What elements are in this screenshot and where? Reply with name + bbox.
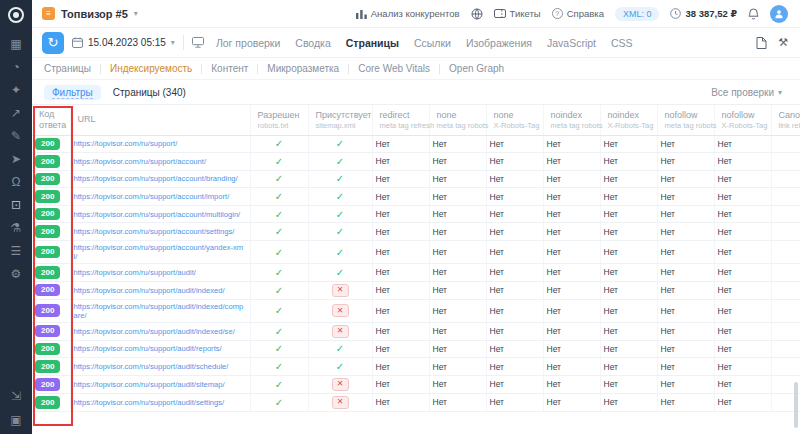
competitors-analysis-link[interactable]: Анализ конкурентов [356, 8, 460, 19]
flag-value: Нет [714, 393, 771, 411]
column-header-noindex-meta-robots[interactable]: noindexmeta tag robots [543, 105, 600, 135]
expand-icon[interactable]: ⇲ [7, 388, 25, 404]
flag-value [771, 322, 800, 340]
column-header-url[interactable]: URL [70, 105, 250, 135]
subtab-pages[interactable]: Страницы [44, 63, 91, 74]
page-url-link[interactable]: https://topvisor.com/ru/support/audit/in… [74, 327, 247, 336]
page-url-link[interactable]: https://topvisor.com/ru/support/audit/re… [74, 344, 247, 353]
notifications-bell-icon[interactable] [748, 8, 759, 20]
page-url-link[interactable]: https://topvisor.com/ru/support/account/… [74, 227, 247, 236]
flag-value: Нет [657, 299, 714, 322]
column-header-robots-allowed[interactable]: Разрешенrobots.txt [250, 105, 308, 135]
flag-value [771, 188, 800, 206]
site-audit-icon[interactable]: ⊡ [7, 197, 25, 213]
status-code-badge: 200 [35, 225, 60, 238]
flag-value: Нет [372, 299, 429, 322]
flag-value: Нет [372, 340, 429, 358]
magnet-icon[interactable]: Ω [7, 174, 25, 190]
table-row: 200https://topvisor.com/ru/support/audit… [32, 358, 800, 376]
column-header-nofollow-x-robots[interactable]: nofollowX-Robots-Tag [714, 105, 771, 135]
flag-value: Нет [543, 299, 600, 322]
all-checks-dropdown[interactable]: Все проверки ▾ [711, 87, 788, 98]
device-desktop-icon[interactable] [192, 37, 204, 48]
flag-value: Нет [372, 135, 429, 153]
page-url-link[interactable]: https://topvisor.com/ru/support/account/… [74, 243, 247, 261]
flag-value [771, 205, 800, 223]
status-code-badge: 200 [35, 155, 60, 168]
flag-value: Нет [429, 393, 486, 411]
promotion-icon[interactable]: ➤ [7, 151, 25, 167]
flag-value: Нет [372, 322, 429, 340]
page-url-link[interactable]: https://topvisor.com/ru/support/account/ [74, 157, 247, 166]
balance[interactable]: 38 387,52 ₽ [670, 8, 737, 19]
tab-css[interactable]: CSS [611, 37, 633, 49]
sitemap-present-mark: ✓ [336, 361, 344, 372]
page-url-link[interactable]: https://topvisor.com/ru/support/audit/ [74, 268, 247, 277]
column-header-none-meta-robots[interactable]: nonemeta tag robots [429, 105, 486, 135]
page-url-link[interactable]: https://topvisor.com/ru/support/audit/si… [74, 380, 247, 389]
positions-icon[interactable]: ◔ [7, 59, 25, 75]
dashboard-icon[interactable]: ▦ [7, 36, 25, 52]
flag-value: Нет [543, 153, 600, 171]
vertical-scrollbar[interactable] [794, 382, 798, 428]
calendar-icon [72, 37, 83, 48]
subtab-open-graph[interactable]: Open Graph [449, 63, 504, 74]
column-header-none-x-robots[interactable]: noneX-Robots-Tag [486, 105, 543, 135]
page-url-link[interactable]: https://topvisor.com/ru/support/ [74, 139, 247, 148]
filters-button[interactable]: Фильтры [44, 85, 101, 100]
tab-pages[interactable]: Страницы [346, 37, 399, 49]
project-selector[interactable]: ≡ Топвизор #5 ▾ [42, 7, 138, 20]
experiments-icon[interactable]: ⚗ [7, 220, 25, 236]
tools-wrench-icon[interactable]: ⚒ [778, 36, 788, 49]
flag-value: Нет [543, 375, 600, 393]
chevron-down-icon: ▾ [171, 38, 175, 47]
tasks-icon[interactable]: ☰ [7, 243, 25, 259]
subtab-microdata[interactable]: Микроразметка [267, 63, 339, 74]
editor-icon[interactable]: ✎ [7, 128, 25, 144]
page-url-link[interactable]: https://topvisor.com/ru/support/audit/in… [74, 286, 247, 295]
column-header-noindex-x-robots[interactable]: noindexX-Robots-Tag [600, 105, 657, 135]
recheck-button[interactable]: ↻ [42, 32, 64, 54]
flag-value: Нет [600, 322, 657, 340]
sidebar: ▦◔✦↗✎➤Ω⊡⚗☰⚙ ⇲▣ [0, 0, 32, 434]
flag-value: Нет [600, 135, 657, 153]
tab-check-log[interactable]: Лог проверки [216, 37, 280, 49]
subtab-content[interactable]: Контент [211, 63, 248, 74]
subtab-core-web-vitals[interactable]: Core Web Vitals [358, 63, 430, 74]
export-document-icon[interactable] [756, 37, 767, 49]
settings-icon[interactable]: ⚙ [7, 266, 25, 282]
flag-value: Нет [657, 135, 714, 153]
tab-javascript[interactable]: JavaScript [547, 37, 596, 49]
topvisor-logo-icon[interactable] [8, 7, 24, 23]
table-row: 200https://topvisor.com/ru/support/accou… [32, 241, 800, 264]
chat-widget-icon[interactable]: ▣ [7, 412, 25, 428]
column-header-sitemap-present[interactable]: Присутствуетsitemap.xml [308, 105, 372, 135]
page-url-link[interactable]: https://topvisor.com/ru/support/account/… [74, 210, 247, 219]
keywords-icon[interactable]: ✦ [7, 82, 25, 98]
tab-links[interactable]: Ссылки [414, 37, 451, 49]
flag-value: Нет [657, 205, 714, 223]
page-url-link[interactable]: https://topvisor.com/ru/support/audit/in… [74, 302, 247, 320]
column-header-redirect-meta-refresh[interactable]: redirectmeta tag refresh [372, 105, 429, 135]
trends-icon[interactable]: ↗ [7, 105, 25, 121]
page-url-link[interactable]: https://topvisor.com/ru/support/audit/sc… [74, 362, 247, 371]
column-header-canonical[interactable]: Canonicallink rel [771, 105, 800, 135]
page-url-link[interactable]: https://topvisor.com/ru/support/account/… [74, 192, 247, 201]
tickets-link[interactable]: Тикеты [494, 8, 541, 19]
column-header-response-code[interactable]: Код ответа [32, 105, 70, 135]
flag-value: Нет [714, 340, 771, 358]
globe-icon[interactable] [471, 8, 483, 20]
flag-value: Нет [657, 322, 714, 340]
xml-limits-badge[interactable]: XML: 0 [615, 7, 660, 21]
subtab-indexability[interactable]: Индексируемость [110, 63, 192, 74]
ticket-icon [494, 9, 506, 18]
help-link[interactable]: ? Справка [552, 8, 604, 19]
flag-value: Нет [486, 375, 543, 393]
check-date-picker[interactable]: 15.04.2023 05:15 ▾ [72, 37, 175, 48]
column-header-nofollow-meta-robots[interactable]: nofollowmeta tag robots [657, 105, 714, 135]
page-url-link[interactable]: https://topvisor.com/ru/support/audit/se… [74, 398, 247, 407]
tab-images[interactable]: Изображения [466, 37, 532, 49]
page-url-link[interactable]: https://topvisor.com/ru/support/account/… [74, 174, 247, 183]
user-avatar[interactable] [770, 5, 788, 23]
tab-summary[interactable]: Сводка [295, 37, 330, 49]
